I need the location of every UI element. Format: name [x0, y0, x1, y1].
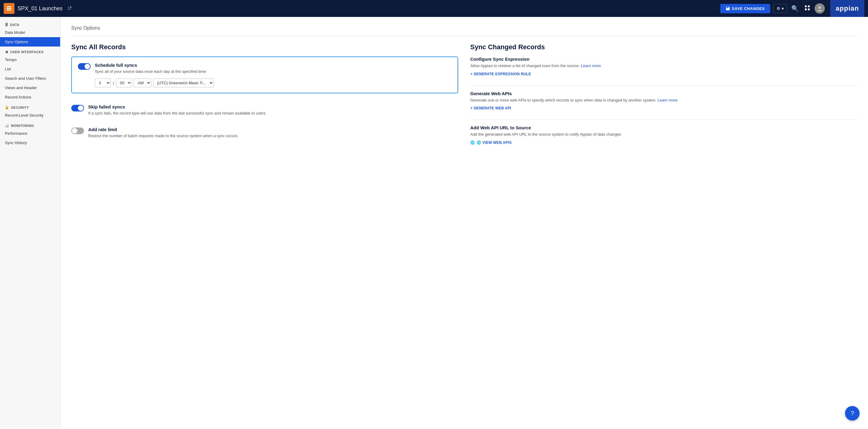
sync-all-records-title: Sync All Records	[71, 43, 458, 51]
svg-rect-1	[7, 8, 11, 9]
save-changes-label: SAVE CHANGES	[732, 6, 765, 11]
configure-sync-expression-section: Configure Sync Expression Allow Appian t…	[470, 57, 857, 76]
add-web-api-url-desc: Add the generated web API URL to the sou…	[470, 131, 857, 137]
skip-syncs-desc: If a sync fails, the record type will us…	[88, 111, 266, 116]
settings-dropdown-icon: ▾	[782, 6, 784, 11]
generate-web-apis-title: Generate Web APIs	[470, 91, 857, 96]
rate-limit-label: Add rate limit	[88, 127, 238, 132]
schedule-syncs-content: Schedule full syncs Sync all of your sou…	[95, 63, 214, 87]
schedule-full-syncs-card: Schedule full syncs Sync all of your sou…	[71, 57, 458, 93]
sidebar-item-record-actions[interactable]: Record Actions	[0, 92, 60, 102]
generate-web-apis-desc: Generate one or more web APIs to specify…	[470, 97, 857, 103]
svg-rect-5	[805, 8, 807, 10]
rate-limit-desc: Restrict the number of batch requests ma…	[88, 133, 238, 139]
settings-button[interactable]: ⚙ ▾	[773, 4, 787, 13]
appian-brand-text: appian	[836, 4, 859, 12]
sidebar-item-data-model[interactable]: Data Model	[0, 28, 60, 37]
sidebar-section-ui: 🖥 USER INTERFACES	[0, 47, 60, 55]
avatar[interactable]	[814, 3, 825, 13]
configure-sync-expression-title: Configure Sync Expression	[470, 57, 857, 62]
timezone-select[interactable]: (UTC) Greenwich Mean Ti... (UTC-5) Easte…	[153, 79, 214, 87]
schedule-syncs-row: Schedule full syncs Sync all of your sou…	[78, 63, 452, 87]
hour-select[interactable]: 3 1245 6789 101112	[95, 79, 111, 87]
svg-rect-0	[7, 6, 11, 7]
add-rate-limit-card: Add rate limit Restrict the number of ba…	[71, 121, 458, 144]
sidebar: 🗄 DATA Data Model Sync Options 🖥 USER IN…	[0, 17, 60, 429]
top-navigation: SPX_01 Launches SAVE CHANGES ⚙ ▾ 🔍 appia…	[0, 0, 868, 17]
svg-rect-3	[805, 5, 807, 7]
sidebar-item-views-header[interactable]: Views and Header	[0, 83, 60, 92]
sidebar-item-record-level-security[interactable]: Record-Level Security	[0, 111, 60, 120]
svg-rect-2	[7, 10, 11, 10]
sync-changed-records-title: Sync Changed Records	[470, 43, 857, 51]
main-layout: 🗄 DATA Data Model Sync Options 🖥 USER IN…	[0, 17, 868, 429]
two-column-layout: Sync All Records Schedule full syncs Syn…	[71, 43, 857, 154]
sidebar-item-tempo[interactable]: Tempo	[0, 55, 60, 64]
svg-rect-4	[808, 5, 810, 7]
sidebar-item-list[interactable]: List	[0, 64, 60, 74]
main-content: Sync Options Sync All Records Schedule f…	[60, 17, 868, 429]
minute-select[interactable]: 00153045	[116, 79, 132, 87]
schedule-syncs-desc: Sync all of your source data once each d…	[95, 69, 214, 74]
sync-all-records-column: Sync All Records Schedule full syncs Syn…	[71, 43, 458, 154]
time-colon: :	[113, 80, 114, 86]
sidebar-item-search-user-filters[interactable]: Search and User Filters	[0, 74, 60, 83]
schedule-syncs-label: Schedule full syncs	[95, 63, 214, 68]
sidebar-item-sync-history[interactable]: Sync History	[0, 138, 60, 147]
add-web-api-url-title: Add Web API URL to Source	[470, 125, 857, 130]
globe-icon: 🌐	[470, 141, 475, 145]
monitoring-icon: 📊	[5, 124, 9, 127]
help-icon: ?	[850, 410, 854, 417]
skip-syncs-label: Skip failed syncs	[88, 104, 266, 110]
sidebar-section-monitoring: 📊 MONITORING	[0, 120, 60, 129]
database-icon: 🗄	[5, 23, 8, 27]
lock-icon: 🔒	[5, 105, 9, 110]
rate-limit-content: Add rate limit Restrict the number of ba…	[88, 127, 238, 139]
generate-expression-rule-link[interactable]: + GENERATE EXPRESSION RULE	[470, 72, 857, 76]
gear-icon: ⚙	[776, 6, 780, 11]
generate-web-apis-section: Generate Web APIs Generate one or more w…	[470, 91, 857, 111]
configure-sync-learn-more-link[interactable]: Learn more	[581, 63, 601, 68]
app-logo-icon	[4, 3, 14, 14]
generate-web-apis-learn-more-link[interactable]: Learn more	[657, 98, 677, 102]
sidebar-section-data: 🗄 DATA	[0, 19, 60, 28]
schedule-syncs-toggle[interactable]	[78, 63, 91, 70]
skip-syncs-row: Skip failed syncs If a sync fails, the r…	[71, 104, 458, 116]
configure-sync-expression-desc: Allow Appian to retrieve a list of chang…	[470, 63, 857, 69]
sidebar-item-performance[interactable]: Performance	[0, 129, 60, 138]
add-web-api-url-section: Add Web API URL to Source Add the genera…	[470, 125, 857, 145]
search-button[interactable]: 🔍	[790, 4, 800, 13]
sidebar-section-security: 🔒 SECURITY	[0, 102, 60, 111]
search-icon: 🔍	[791, 5, 799, 12]
appian-brand: appian	[830, 0, 864, 17]
rate-limit-toggle[interactable]	[71, 127, 84, 134]
generate-web-api-link[interactable]: + GENERATE WEB API	[470, 106, 857, 110]
svg-rect-6	[808, 8, 810, 10]
time-selectors: 3 1245 6789 101112 : 00153045	[95, 79, 214, 87]
view-web-apis-link[interactable]: 🌐 🌐 VIEW WEB APIS	[470, 141, 857, 145]
help-button[interactable]: ?	[845, 406, 860, 421]
ampm-select[interactable]: AMPM	[134, 79, 151, 87]
sync-changed-records-column: Sync Changed Records Configure Sync Expr…	[470, 43, 857, 154]
svg-point-7	[818, 6, 821, 9]
grid-button[interactable]	[803, 4, 811, 13]
save-changes-button[interactable]: SAVE CHANGES	[720, 4, 770, 13]
skip-syncs-content: Skip failed syncs If a sync fails, the r…	[88, 104, 266, 116]
external-link-icon[interactable]	[67, 6, 71, 11]
page-title: Sync Options	[71, 25, 857, 36]
sidebar-item-sync-options[interactable]: Sync Options	[0, 37, 60, 47]
skip-failed-syncs-card: Skip failed syncs If a sync fails, the r…	[71, 99, 458, 121]
divider-1	[470, 85, 857, 86]
rate-limit-row: Add rate limit Restrict the number of ba…	[71, 127, 458, 139]
divider-2	[470, 119, 857, 120]
ui-icon: 🖥	[5, 50, 8, 54]
app-title: SPX_01 Launches	[18, 5, 63, 12]
skip-syncs-toggle[interactable]	[71, 105, 84, 112]
